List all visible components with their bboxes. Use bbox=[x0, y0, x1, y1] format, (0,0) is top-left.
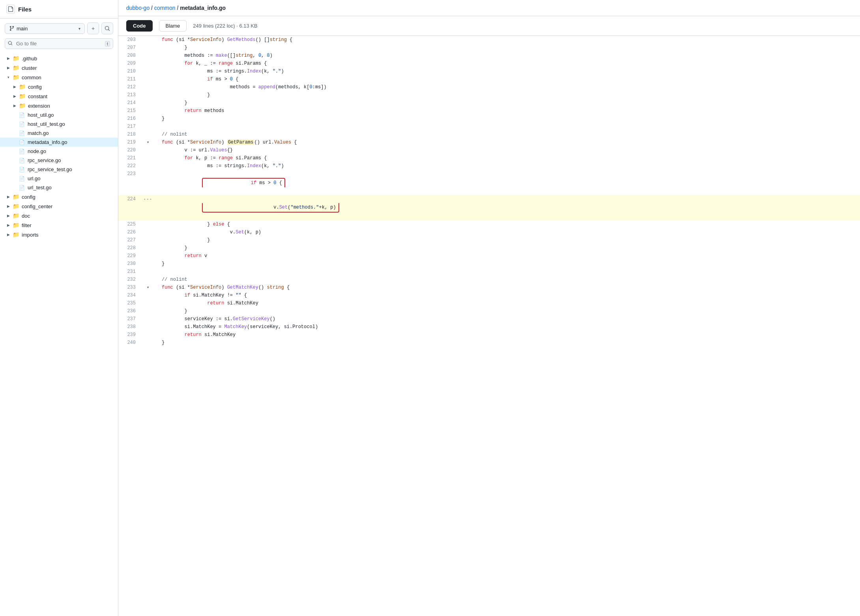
breadcrumb-folder[interactable]: common bbox=[154, 5, 176, 11]
tab-blame[interactable]: Blame bbox=[159, 20, 187, 32]
main-content: dubbo-go / common / metadata_info.go Cod… bbox=[118, 0, 860, 616]
file-icon: 📄 bbox=[19, 176, 25, 181]
tree-item-rpc-service-go[interactable]: ▶ 📄 rpc_service.go bbox=[0, 156, 118, 165]
search-shortcut-badge: t bbox=[105, 41, 110, 47]
table-row: 232 // nolint bbox=[118, 276, 860, 284]
tree-item-node-go[interactable]: ▶ 📄 node.go bbox=[0, 147, 118, 156]
tree-item-imports[interactable]: ▶ 📁 imports bbox=[0, 230, 118, 239]
line-number: 215 bbox=[118, 107, 142, 115]
folder-icon: 📁 bbox=[13, 203, 19, 209]
tree-item-doc[interactable]: ▶ 📁 doc bbox=[0, 211, 118, 220]
table-row: 230 } bbox=[118, 260, 860, 268]
search-button[interactable] bbox=[101, 22, 113, 34]
tree-item-label: metadata_info.go bbox=[28, 139, 67, 145]
chevron-down-icon: ▾ bbox=[79, 26, 80, 31]
search-input[interactable] bbox=[5, 38, 113, 49]
folder-icon: 📁 bbox=[13, 231, 19, 238]
line-expand-chevron[interactable]: ▾ bbox=[142, 284, 154, 291]
table-row: 220 v := url.Values{} bbox=[118, 146, 860, 154]
tree-item-extension[interactable]: ▶ 📁 extension bbox=[0, 101, 118, 110]
tree-item-label: config bbox=[28, 84, 42, 90]
tree-item-host-util-test-go[interactable]: ▶ 📄 host_util_test.go bbox=[0, 119, 118, 129]
tree-item-label: constant bbox=[28, 93, 47, 99]
chevron-right-icon: ▶ bbox=[6, 233, 10, 237]
tree-item-common[interactable]: ▾ 📁 common bbox=[0, 73, 118, 82]
table-row: 207 } bbox=[118, 44, 860, 52]
tree-item-label: common bbox=[22, 75, 41, 80]
chevron-right-icon: ▶ bbox=[6, 204, 10, 208]
tree-item-cluster[interactable]: ▶ 📁 cluster bbox=[0, 63, 118, 73]
table-row: 225 } else { bbox=[118, 220, 860, 228]
line-number: 227 bbox=[118, 236, 142, 244]
line-expand bbox=[142, 339, 154, 347]
table-row: 210 ms := strings.Index(k, ".") bbox=[118, 67, 860, 75]
chevron-right-icon: ▶ bbox=[6, 195, 10, 199]
line-expand bbox=[142, 323, 154, 331]
chevron-down-icon: ▾ bbox=[6, 75, 10, 79]
tree-item-match-go[interactable]: ▶ 📄 match.go bbox=[0, 129, 118, 138]
tree-item-rpc-service-test-go[interactable]: ▶ 📄 rpc_service_test.go bbox=[0, 165, 118, 174]
file-icon: 📄 bbox=[19, 140, 25, 145]
table-row: 217 bbox=[118, 123, 860, 131]
branch-selector: main ▾ + bbox=[5, 22, 113, 34]
file-header: Code Blame 249 lines (222 loc) · 6.13 KB bbox=[118, 16, 860, 36]
line-code: } bbox=[154, 244, 860, 252]
tree-item-label: url.go bbox=[28, 175, 41, 181]
tree-item-label: host_util.go bbox=[28, 112, 54, 118]
tree-item-host-util-go[interactable]: ▶ 📄 host_util.go bbox=[0, 110, 118, 119]
files-icon bbox=[6, 5, 15, 13]
table-row: 239 return si.MatchKey bbox=[118, 331, 860, 339]
tab-code[interactable]: Code bbox=[126, 20, 153, 32]
line-code: if ms > 0 { bbox=[154, 170, 860, 195]
line-expand-chevron[interactable]: ▾ bbox=[142, 138, 154, 146]
tree-item-label: url_test.go bbox=[28, 185, 52, 190]
tree-item-filter[interactable]: ▶ 📁 filter bbox=[0, 220, 118, 230]
chevron-right-icon: ▶ bbox=[6, 66, 10, 70]
sidebar-header: Files bbox=[0, 0, 118, 19]
branch-dropdown[interactable]: main ▾ bbox=[5, 23, 85, 34]
chevron-right-icon: ▶ bbox=[6, 223, 10, 227]
table-row: 212 methods = append(methods, k[0:ms]) bbox=[118, 83, 860, 91]
line-expand bbox=[142, 170, 154, 195]
search-small-icon bbox=[8, 41, 13, 47]
table-row: 236 } bbox=[118, 307, 860, 315]
line-code: } bbox=[154, 236, 860, 244]
line-expand bbox=[142, 220, 154, 228]
tree-item-config-center[interactable]: ▶ 📁 config_center bbox=[0, 202, 118, 211]
tree-item-url-go[interactable]: ▶ 📄 url.go bbox=[0, 174, 118, 183]
chevron-right-icon: ▶ bbox=[13, 85, 17, 89]
line-number: 210 bbox=[118, 67, 142, 75]
line-code: } bbox=[154, 44, 860, 52]
tree-item-config[interactable]: ▶ 📁 config bbox=[0, 82, 118, 91]
tree-item-url-test-go[interactable]: ▶ 📄 url_test.go bbox=[0, 183, 118, 192]
tree-item-label: match.go bbox=[28, 130, 49, 136]
tree-item-label: .github bbox=[22, 56, 37, 62]
branch-name-label: main bbox=[17, 26, 28, 32]
file-icon: 📄 bbox=[19, 121, 25, 127]
tree-item-metadata-info-go[interactable]: ▶ 📄 metadata_info.go bbox=[0, 138, 118, 147]
line-number: 218 bbox=[118, 131, 142, 138]
tree-item-config-root[interactable]: ▶ 📁 config bbox=[0, 192, 118, 202]
add-file-button[interactable]: + bbox=[87, 22, 99, 34]
code-area[interactable]: 203 func (si *ServiceInfo) GetMethods() … bbox=[118, 36, 860, 616]
line-expand bbox=[142, 115, 154, 123]
table-row: 234 if si.MatchKey != "" { bbox=[118, 291, 860, 299]
dots-button[interactable]: ··· bbox=[142, 195, 154, 220]
line-number: 236 bbox=[118, 307, 142, 315]
breadcrumb-repo[interactable]: dubbo-go bbox=[126, 5, 150, 11]
line-number: 219 bbox=[118, 138, 142, 146]
line-code: v.Set("methods."+k, p) bbox=[154, 195, 860, 220]
line-number: 238 bbox=[118, 323, 142, 331]
tree-item-constant[interactable]: ▶ 📁 constant bbox=[0, 91, 118, 101]
line-expand bbox=[142, 91, 154, 99]
line-expand bbox=[142, 123, 154, 131]
tree-item-github[interactable]: ▶ 📁 .github bbox=[0, 54, 118, 63]
line-expand bbox=[142, 291, 154, 299]
line-number: 213 bbox=[118, 91, 142, 99]
file-icon: 📄 bbox=[19, 112, 25, 118]
line-number: 239 bbox=[118, 331, 142, 339]
chevron-right-icon: ▶ bbox=[6, 214, 10, 218]
line-expand bbox=[142, 107, 154, 115]
line-code: func (si *ServiceInfo) GetParams() url.V… bbox=[154, 138, 860, 146]
line-number: 214 bbox=[118, 99, 142, 107]
